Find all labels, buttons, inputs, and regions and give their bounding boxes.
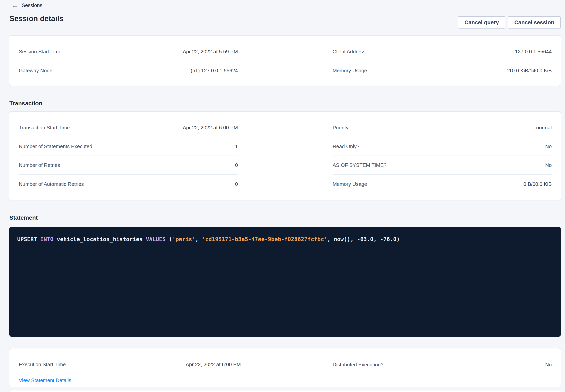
transaction-start-time-row: Transaction Start Time Apr 22, 2022 at 6… (19, 118, 238, 137)
sql-statement-box: UPSERT INTO vehicle_location_histories V… (9, 227, 561, 337)
session-start-time-value: Apr 22, 2022 at 5:59 PM (183, 49, 238, 55)
cancel-session-button[interactable]: Cancel session (508, 16, 561, 28)
retries-label: Number of Retries (19, 162, 60, 168)
session-memory-usage-value: 110.0 KiB/140.0 KiB (506, 68, 552, 74)
as-of-system-time-value: No (545, 162, 552, 168)
as-of-system-time-label: AS OF SYSTEM TIME? (333, 162, 387, 168)
priority-label: Priority (333, 125, 348, 131)
execution-summary-card: Execution Start Time Apr 22, 2022 at 6:0… (9, 349, 561, 387)
session-card-left-column: Session Start Time Apr 22, 2022 at 5:59 … (19, 42, 238, 80)
sql-statement: UPSERT INTO vehicle_location_histories V… (17, 236, 400, 242)
gateway-node-label: Gateway Node (19, 68, 52, 74)
transaction-summary-card: Transaction Start Time Apr 22, 2022 at 6… (9, 112, 561, 200)
session-card-right-column: Client Address 127.0.0.1:55644 Memory Us… (333, 42, 552, 80)
gateway-node-link[interactable]: (n1) 127.0.0.1:55624 (191, 68, 238, 74)
session-memory-usage-label: Memory Usage (333, 68, 367, 74)
transaction-card-right-column: Priority normal Read Only? No AS OF SYST… (333, 118, 552, 194)
execution-start-time-label: Execution Start Time (19, 362, 66, 368)
client-address-row: Client Address 127.0.0.1:55644 (333, 42, 552, 61)
retries-value: 0 (235, 162, 238, 168)
next-card-top-edge (9, 391, 561, 392)
execution-card-left-column: Execution Start Time Apr 22, 2022 at 6:0… (19, 355, 241, 385)
statements-executed-value: 1 (235, 143, 238, 150)
view-statement-details-row: View Statement Details (19, 374, 241, 385)
transaction-start-time-label: Transaction Start Time (19, 125, 70, 131)
page-title: Session details (9, 14, 64, 23)
cancel-query-button[interactable]: Cancel query (458, 16, 505, 28)
priority-value: normal (536, 125, 552, 131)
transaction-start-time-value: Apr 22, 2022 at 6:00 PM (183, 125, 238, 131)
session-start-time-row: Session Start Time Apr 22, 2022 at 5:59 … (19, 42, 238, 61)
statements-executed-row: Number of Statements Executed 1 (19, 137, 238, 156)
execution-start-time-value: Apr 22, 2022 at 6:00 PM (186, 362, 241, 368)
automatic-retries-row: Number of Automatic Retries 0 (19, 175, 238, 194)
transaction-memory-usage-label: Memory Usage (333, 181, 367, 187)
breadcrumb-label: Sessions (22, 2, 43, 8)
as-of-system-time-row: AS OF SYSTEM TIME? No (333, 156, 552, 175)
client-address-value: 127.0.0.1:55644 (515, 49, 552, 55)
gateway-node-row: Gateway Node (n1) 127.0.0.1:55624 (19, 61, 238, 80)
transaction-section-heading: Transaction (9, 100, 42, 107)
session-summary-card: Session Start Time Apr 22, 2022 at 5:59 … (9, 36, 561, 85)
statement-section-heading: Statement (9, 214, 38, 221)
session-start-time-label: Session Start Time (19, 49, 61, 55)
transaction-memory-usage-value: 0 B/60.0 KiB (523, 181, 552, 187)
priority-row: Priority normal (333, 118, 552, 137)
distributed-execution-value: No (545, 362, 552, 368)
read-only-value: No (545, 143, 552, 150)
read-only-row: Read Only? No (333, 137, 552, 156)
view-statement-details-link[interactable]: View Statement Details (19, 377, 71, 383)
back-to-sessions-link[interactable]: ← Sessions (12, 2, 43, 8)
read-only-label: Read Only? (333, 143, 359, 150)
execution-card-right-column: Distributed Execution? No (333, 355, 552, 374)
statements-executed-label: Number of Statements Executed (19, 143, 92, 150)
transaction-card-left-column: Transaction Start Time Apr 22, 2022 at 6… (19, 118, 238, 194)
automatic-retries-label: Number of Automatic Retries (19, 181, 84, 187)
page-actions: Cancel query Cancel session (458, 16, 561, 28)
session-details-page: ← Sessions Session details Cancel query … (0, 0, 565, 392)
distributed-execution-row: Distributed Execution? No (333, 355, 552, 374)
back-arrow-icon: ← (12, 2, 18, 8)
execution-start-time-row: Execution Start Time Apr 22, 2022 at 6:0… (19, 355, 241, 374)
session-memory-usage-row: Memory Usage 110.0 KiB/140.0 KiB (333, 61, 552, 80)
client-address-label: Client Address (333, 49, 365, 55)
transaction-memory-usage-row: Memory Usage 0 B/60.0 KiB (333, 175, 552, 194)
retries-row: Number of Retries 0 (19, 156, 238, 175)
automatic-retries-value: 0 (235, 181, 238, 187)
distributed-execution-label: Distributed Execution? (333, 362, 384, 368)
